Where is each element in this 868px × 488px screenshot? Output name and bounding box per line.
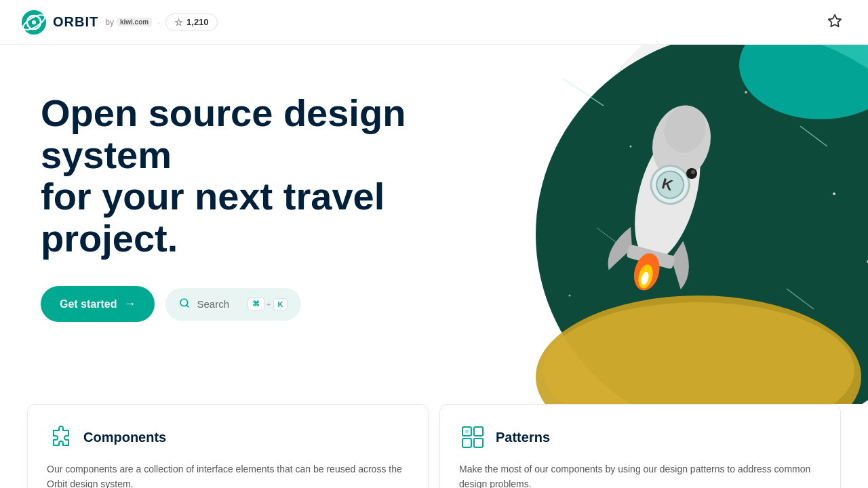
hero-title: Open source design system for your next … [41, 92, 502, 259]
components-card-header: Components [47, 424, 406, 451]
svg-point-17 [630, 146, 632, 148]
kbd-key: K [273, 298, 288, 310]
by-label: by [105, 18, 114, 27]
svg-point-20 [745, 91, 747, 94]
logo-area: ORBIT by kiwi.com [22, 10, 152, 35]
hero-title-line2: for your next travel project. [41, 175, 384, 260]
search-bar[interactable]: Search ⌘ + K [165, 288, 301, 321]
logo-text: ORBIT [53, 14, 98, 30]
svg-point-19 [569, 295, 571, 297]
patterns-card-desc: Make the most of our components by using… [459, 462, 818, 488]
svg-point-15 [582, 64, 585, 66]
kiwi-badge: kiwi.com [117, 18, 152, 26]
hero-actions: Get started → Search ⌘ + K [41, 286, 502, 322]
header-star-button[interactable] [823, 9, 846, 35]
svg-point-37 [465, 430, 469, 433]
svg-point-32 [691, 170, 695, 174]
get-started-button[interactable]: Get started → [41, 286, 155, 322]
header: ORBIT by kiwi.com · ☆ 1,210 [0, 0, 868, 45]
search-icon [179, 298, 190, 311]
patterns-icon [459, 424, 486, 451]
bookmark-icon [827, 14, 842, 28]
cards-section: Components Our components are a collecti… [0, 404, 868, 488]
hero-section: Open source design system for your next … [0, 45, 868, 404]
svg-rect-36 [474, 439, 483, 447]
kbd-plus: + [267, 300, 271, 308]
hero-content: Open source design system for your next … [41, 85, 502, 404]
kbd-modifier: ⌘ [248, 298, 264, 310]
components-card-desc: Our components are a collection of inter… [47, 462, 406, 488]
hero-title-line1: Open source design system [41, 92, 406, 176]
svg-line-6 [187, 305, 189, 307]
svg-rect-35 [462, 439, 471, 447]
star-count: 1,210 [186, 17, 209, 27]
hero-illustration: K [461, 45, 868, 404]
keyboard-shortcut: ⌘ + K [248, 298, 288, 310]
svg-point-3 [32, 20, 36, 24]
star-icon: ☆ [174, 17, 183, 28]
hero-svg: K [461, 45, 868, 404]
orbit-logo-icon [22, 10, 46, 35]
svg-rect-34 [474, 427, 483, 436]
arrow-icon: → [123, 297, 136, 311]
patterns-card-title: Patterns [496, 430, 550, 445]
patterns-card-header: Patterns [459, 424, 818, 451]
separator: · [157, 17, 160, 28]
search-label: Search [197, 298, 229, 310]
components-icon [47, 424, 74, 451]
svg-point-16 [833, 192, 835, 195]
svg-marker-4 [829, 15, 841, 26]
star-badge[interactable]: ☆ 1,210 [165, 14, 218, 31]
get-started-label: Get started [60, 298, 117, 310]
logo-by: by kiwi.com [105, 18, 152, 27]
components-card-title: Components [83, 430, 166, 445]
patterns-card: Patterns Make the most of our components… [439, 404, 841, 488]
components-card: Components Our components are a collecti… [27, 404, 429, 488]
